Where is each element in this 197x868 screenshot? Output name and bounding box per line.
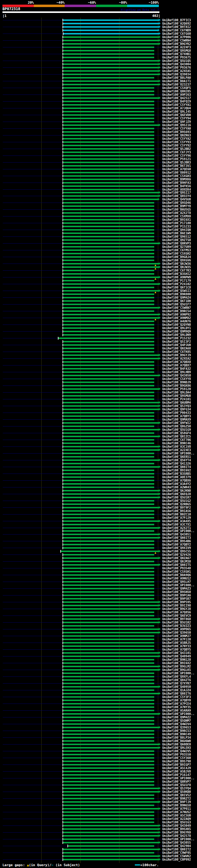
hit-accession-link[interactable]: UniRef100_A2XEA2 [162,357,191,360]
hit-accession-link[interactable]: UniRef100_Q9FWI2 [162,421,191,425]
hit-bar[interactable] [63,145,154,146]
hit-bar[interactable] [63,40,159,41]
hit-bar[interactable] [63,578,154,579]
hit-accession-link[interactable]: UniRef100_Q94IQ0 [162,228,191,231]
hit-accession-link[interactable]: UniRef100_A9PD65 [162,627,191,631]
hit-accession-link[interactable]: UniRef100_Q0ZR63 [162,134,191,137]
hit-accession-link[interactable]: UniRef100_UPI000.. [162,672,195,675]
hit-accession-link[interactable]: UniRef100_B9IA56 [162,509,191,513]
hit-bar[interactable] [63,91,154,92]
hit-bar[interactable] [63,198,158,200]
hit-bar[interactable] [63,852,154,854]
hit-bar[interactable] [63,723,154,725]
hit-bar[interactable] [63,669,159,671]
hit-accession-link[interactable]: UniRef100_P15233 [162,225,191,228]
hit-bar[interactable] [63,432,154,434]
hit-bar[interactable] [63,134,154,136]
hit-accession-link[interactable]: UniRef100_A7NY35 [162,706,191,709]
hit-bar[interactable] [63,595,154,596]
hit-accession-link[interactable]: UniRef100_Q43050 [162,374,191,377]
hit-accession-link[interactable]: UniRef100_C6TG60 [162,32,191,35]
hit-accession-link[interactable]: UniRef100_Q9ZTS8 [162,238,191,242]
hit-accession-link[interactable]: UniRef100_A7QBX8 [162,360,191,364]
hit-bar[interactable] [63,487,154,488]
hit-bar[interactable] [63,503,154,505]
hit-accession-link[interactable]: UniRef100_Q9LEH3 [162,746,191,749]
hit-accession-link[interactable]: UniRef100_Q0IV52 [162,794,191,797]
hit-accession-link[interactable]: UniRef100_B3SRB5 [162,472,191,475]
hit-accession-link[interactable]: UniRef100_C5XGH2 [162,252,191,255]
hit-bar[interactable] [63,547,154,549]
hit-bar[interactable] [63,415,154,417]
hit-accession-link[interactable]: UniRef100_C5XMX0 [162,215,191,218]
hit-accession-link[interactable]: UniRef100_Q6EVD0 [162,113,191,117]
hit-bar[interactable] [63,625,154,627]
hit-accession-link[interactable]: UniRef100_A5C5U0 [162,814,191,817]
hit-accession-link[interactable]: UniRef100_B9MXK6 [162,178,191,181]
hit-bar[interactable] [63,456,154,458]
hit-bar[interactable] [63,402,159,403]
hit-accession-link[interactable]: UniRef100_B9PCA6 [162,594,191,597]
hit-accession-link[interactable]: UniRef100_B9RC53 [162,729,191,733]
hit-accession-link[interactable]: UniRef100_B5U1R2 [162,621,191,624]
hit-bar[interactable] [63,331,154,332]
hit-bar[interactable] [63,388,159,390]
hit-accession-link[interactable]: UniRef100_Q53YQ4 [162,787,191,790]
hit-accession-link[interactable]: UniRef100_B4FA32 [162,367,191,370]
hit-accession-link[interactable]: UniRef100_Q5JBR2 [162,147,191,151]
hit-accession-link[interactable]: UniRef100_B9R800 [162,292,191,296]
hit-accession-link[interactable]: UniRef100_B9S4B6 [162,539,191,543]
hit-accession-link[interactable]: UniRef100_C5WRN4 [162,39,191,42]
hit-bar[interactable] [63,601,159,603]
hit-bar[interactable] [63,381,154,383]
hit-bar[interactable] [63,73,159,75]
hit-accession-link[interactable]: UniRef100_C5XQF5 [162,86,191,90]
hit-bar[interactable] [63,222,154,224]
hit-bar[interactable] [63,266,159,268]
hit-bar[interactable] [63,409,159,410]
hit-bar[interactable] [63,442,154,444]
hit-accession-link[interactable]: UniRef100_A9NMX2 [162,316,191,320]
hit-accession-link[interactable]: UniRef100_B9GK06 [162,384,191,388]
hit-bar[interactable] [63,63,159,65]
hit-bar[interactable] [63,131,154,133]
hit-bar[interactable] [63,422,159,424]
hit-accession-link[interactable]: UniRef100_C5YY92 [162,144,191,147]
hit-bar[interactable] [63,554,154,555]
hit-bar[interactable] [63,514,154,515]
hit-bar[interactable] [63,544,154,545]
hit-bar[interactable] [63,253,154,254]
hit-accession-link[interactable]: UniRef100_UPI000.. [162,584,195,587]
hit-accession-link[interactable]: UniRef100_Q41326 [162,462,191,465]
hit-bar[interactable] [63,686,159,688]
hit-accession-link[interactable]: UniRef100_C5Y360 [162,756,191,760]
hit-bar[interactable] [63,300,154,302]
hit-accession-link[interactable]: UniRef100_O80912 [162,171,191,174]
hit-bar[interactable] [63,828,159,830]
hit-accession-link[interactable]: UniRef100_Q9SI16 [162,123,191,127]
hit-bar[interactable] [63,107,154,109]
hit-accession-link[interactable]: UniRef100_P24101 [162,398,191,401]
hit-accession-link[interactable]: UniRef100_A5C4J9 [162,766,191,770]
hit-accession-link[interactable]: UniRef100_A5BJV8 [162,770,191,773]
hit-accession-link[interactable]: UniRef100_Q7XHB1 [162,52,191,56]
hit-accession-link[interactable]: UniRef100_Q9SMU8 [162,394,191,398]
hit-bar[interactable] [63,689,154,691]
hit-accession-link[interactable]: UniRef100_Q42578 [162,834,191,838]
hit-accession-link[interactable]: UniRef100_A3A4X5 [162,520,191,523]
hit-accession-link[interactable]: UniRef100_B9GLM2 [162,665,191,668]
hit-accession-link[interactable]: UniRef100_A7QBX6 [162,479,191,482]
hit-accession-link[interactable]: UniRef100_Q08IT3 [162,536,191,539]
hit-accession-link[interactable]: UniRef100_Q43049 [162,824,191,827]
hit-accession-link[interactable]: UniRef100_A7QBY3 [162,414,191,418]
hit-accession-link[interactable]: UniRef100_A2Z4E3 [162,448,191,452]
hit-bar[interactable] [63,493,159,495]
hit-accession-link[interactable]: UniRef100_Q9LDA4 [162,391,191,394]
hit-accession-link[interactable]: UniRef100_A2WR43 [162,486,191,489]
hit-bar[interactable] [63,212,154,214]
hit-bar[interactable] [63,520,159,522]
hit-accession-link[interactable]: UniRef100_Q2QYN8 [162,323,191,327]
hit-accession-link[interactable]: UniRef100_Q42517 [162,96,191,100]
hit-accession-link[interactable]: UniRef100_B9GYJ8 [162,607,191,611]
hit-bar[interactable] [63,767,154,769]
